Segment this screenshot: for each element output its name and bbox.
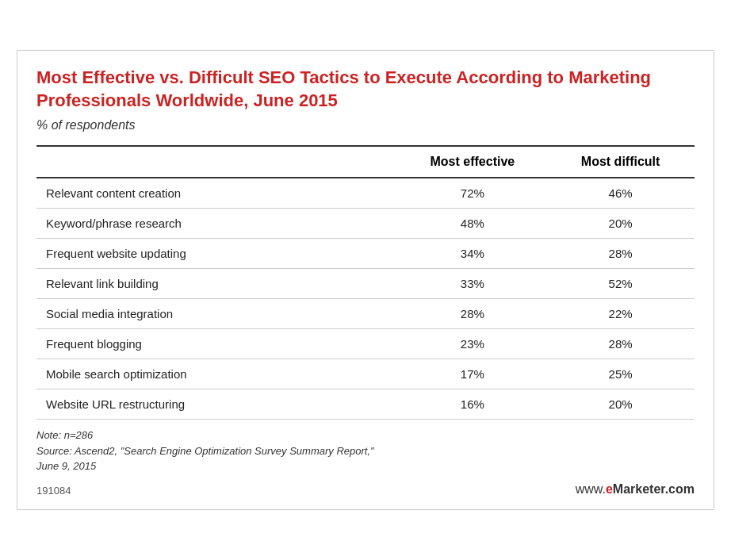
cell-effective: 23% (399, 329, 547, 359)
col-header-tactic (36, 146, 399, 178)
col-header-difficult: Most difficult (546, 146, 695, 178)
footnote-line3: June 9, 2015 (36, 458, 695, 474)
cell-tactic: Frequent blogging (36, 329, 399, 359)
cell-tactic: Frequent website updating (36, 239, 399, 269)
cell-tactic: Keyword/phrase research (36, 209, 399, 239)
chart-id: 191084 (36, 485, 71, 497)
footnote-line2: Source: Ascend2, "Search Engine Optimiza… (36, 443, 695, 459)
cell-effective: 16% (399, 389, 547, 420)
table-row: Relevant link building33%52% (36, 269, 695, 299)
brand-prefix: www. (576, 482, 606, 496)
cell-difficult: 28% (546, 329, 695, 359)
cell-effective: 72% (399, 178, 547, 209)
cell-effective: 48% (399, 209, 547, 239)
cell-difficult: 22% (546, 299, 695, 329)
footer-row: 191084 www.eMarketer.com (36, 482, 695, 497)
emarketer-brand: www.eMarketer.com (576, 482, 695, 497)
footnote: Note: n=286 Source: Ascend2, "Search Eng… (36, 428, 695, 474)
brand-e: e (606, 482, 613, 496)
footnote-line1: Note: n=286 (36, 428, 695, 443)
cell-tactic: Social media integration (36, 299, 399, 329)
cell-tactic: Mobile search optimization (36, 359, 399, 389)
table-row: Relevant content creation72%46% (36, 178, 695, 209)
table-header-row: Most effective Most difficult (36, 146, 695, 178)
table-row: Frequent website updating34%28% (36, 239, 695, 269)
table-row: Social media integration28%22% (36, 299, 695, 329)
table-row: Mobile search optimization17%25% (36, 359, 695, 389)
table-row: Frequent blogging23%28% (36, 329, 695, 359)
table-row: Keyword/phrase research48%20% (36, 209, 695, 239)
cell-tactic: Website URL restructuring (36, 389, 399, 420)
table-row: Website URL restructuring16%20% (36, 389, 695, 420)
cell-difficult: 25% (546, 359, 695, 389)
cell-effective: 33% (399, 269, 547, 299)
col-header-effective: Most effective (399, 146, 547, 178)
cell-tactic: Relevant content creation (36, 178, 399, 209)
cell-effective: 17% (399, 359, 547, 389)
chart-title: Most Effective vs. Difficult SEO Tactics… (36, 67, 695, 112)
cell-difficult: 52% (546, 269, 695, 299)
cell-effective: 28% (399, 299, 547, 329)
cell-difficult: 46% (546, 178, 695, 209)
cell-difficult: 20% (546, 389, 695, 420)
chart-container: Most Effective vs. Difficult SEO Tactics… (17, 50, 714, 510)
cell-difficult: 20% (546, 209, 695, 239)
brand-rest: Marketer.com (613, 482, 695, 496)
data-table: Most effective Most difficult Relevant c… (36, 145, 695, 420)
chart-subtitle: % of respondents (36, 118, 695, 132)
cell-effective: 34% (399, 239, 547, 269)
cell-difficult: 28% (546, 239, 695, 269)
cell-tactic: Relevant link building (36, 269, 399, 299)
